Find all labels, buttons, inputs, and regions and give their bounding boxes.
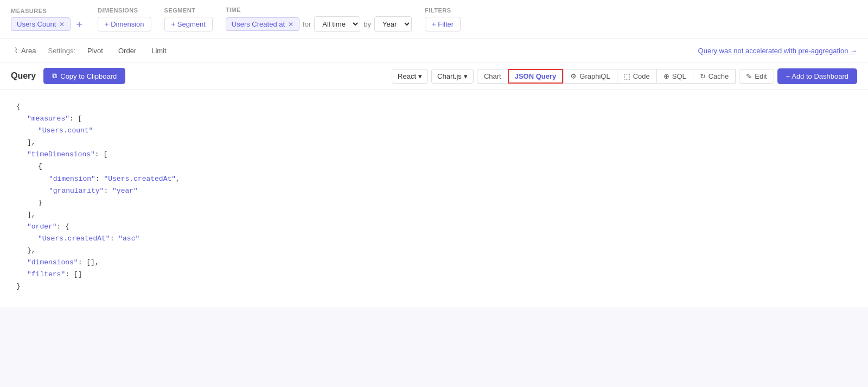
measures-section: MEASURES Users Count ✕ + xyxy=(11,8,85,31)
measures-label: MEASURES xyxy=(11,8,85,14)
time-section: TIME Users Created at ✕ for All time by … xyxy=(226,7,412,32)
for-label: for xyxy=(303,20,311,28)
json-dimensions-key: "dimensions" xyxy=(27,258,78,267)
react-label: React xyxy=(398,72,416,80)
chartjs-select[interactable]: Chart.js ▾ xyxy=(431,69,474,84)
copy-to-clipboard-button[interactable]: ⧉ Copy to Clipboard xyxy=(43,68,125,84)
limit-button[interactable]: Limit xyxy=(148,45,169,57)
sql-tab[interactable]: ⊕ SQL xyxy=(656,69,693,84)
view-tabs: Chart JSON Query ⚙ GraphiQL ⬚ Code ⊕ SQL… xyxy=(477,69,736,84)
time-label: TIME xyxy=(226,7,412,13)
segment-label: SEGMENT xyxy=(164,7,213,14)
sql-icon: ⊕ xyxy=(663,72,669,80)
code-icon: ⬚ xyxy=(624,72,630,80)
measures-tags: Users Count ✕ + xyxy=(11,17,85,31)
time-row: Users Created at ✕ for All time by Year xyxy=(226,16,412,32)
react-chevron-icon: ▾ xyxy=(418,72,422,80)
order-button[interactable]: Order xyxy=(115,45,139,57)
json-measures-key: "measures" xyxy=(27,115,69,123)
add-filter-label: + Filter xyxy=(432,20,454,28)
by-label: by xyxy=(363,20,371,28)
users-created-at-tag[interactable]: Users Created at ✕ xyxy=(226,17,299,31)
json-granularity-key: "granularity" xyxy=(49,187,104,195)
chart-area-label: Area xyxy=(21,47,36,55)
graphiql-tab[interactable]: ⚙ GraphiQL xyxy=(563,69,616,84)
copy-label: Copy to Clipboard xyxy=(60,72,117,80)
area-chart-icon: ⌇ xyxy=(14,46,18,55)
graphiql-icon: ⚙ xyxy=(570,72,577,80)
cache-icon: ↻ xyxy=(700,72,706,80)
query-title: Query xyxy=(11,71,36,81)
add-dimension-label: + Dimension xyxy=(105,20,144,28)
time-range-select[interactable]: All time xyxy=(314,16,360,32)
json-close-brace: } xyxy=(16,282,21,290)
dimensions-label: DIMENSIONS xyxy=(98,7,151,14)
json-order-created-at-key: "Users.createdAt" xyxy=(38,234,110,243)
json-dimension-key: "dimension" xyxy=(49,175,95,183)
json-code-area: { "measures": [ "Users.count" ], "timeDi… xyxy=(0,90,868,307)
json-time-dimensions-key: "timeDimensions" xyxy=(27,150,95,158)
code-tab[interactable]: ⬚ Code xyxy=(617,69,656,84)
add-measure-button[interactable]: + xyxy=(74,18,85,31)
users-created-at-close-icon[interactable]: ✕ xyxy=(288,21,293,28)
dimensions-section: DIMENSIONS + Dimension xyxy=(98,7,151,31)
edit-icon: ✎ xyxy=(746,72,752,80)
chartjs-label: Chart.js xyxy=(437,72,462,80)
users-count-close-icon[interactable]: ✕ xyxy=(59,21,65,28)
granularity-select[interactable]: Year xyxy=(374,16,412,32)
json-query-tab[interactable]: JSON Query xyxy=(508,69,564,84)
settings-label: Settings: xyxy=(48,47,75,55)
cache-tab[interactable]: ↻ Cache xyxy=(693,69,736,84)
add-dimension-button[interactable]: + Dimension xyxy=(98,17,151,31)
users-count-label: Users Count xyxy=(17,20,56,28)
users-count-tag[interactable]: Users Count ✕ xyxy=(11,17,71,31)
add-segment-label: + Segment xyxy=(171,20,206,28)
react-select[interactable]: React ▾ xyxy=(392,69,428,84)
chart-area-button[interactable]: ⌇ Area xyxy=(11,43,39,58)
edit-button[interactable]: ✎ Edit xyxy=(739,69,774,84)
copy-icon: ⧉ xyxy=(52,72,57,80)
chart-tab[interactable]: Chart xyxy=(477,69,508,84)
segment-section: SEGMENT + Segment xyxy=(164,7,213,31)
chart-bar: ⌇ Area Settings: Pivot Order Limit Query… xyxy=(0,39,868,62)
chartjs-chevron-icon: ▾ xyxy=(464,72,468,80)
filters-label: FILTERS xyxy=(425,7,461,14)
query-bar: Query ⧉ Copy to Clipboard React ▾ Chart.… xyxy=(0,62,868,90)
json-open-brace: { xyxy=(16,103,21,111)
add-segment-button[interactable]: + Segment xyxy=(164,17,213,31)
add-to-dashboard-button[interactable]: + Add to Dashboard xyxy=(777,68,857,84)
users-created-at-label: Users Created at xyxy=(232,20,285,28)
filters-section: FILTERS + Filter xyxy=(425,7,461,31)
pivot-button[interactable]: Pivot xyxy=(84,45,106,57)
json-measures-value: "Users.count" xyxy=(38,126,93,135)
top-bar: MEASURES Users Count ✕ + DIMENSIONS + Di… xyxy=(0,0,868,39)
pre-aggregation-link[interactable]: Query was not accelerated with pre-aggre… xyxy=(698,47,857,55)
json-order-key: "order" xyxy=(27,223,57,231)
add-filter-button[interactable]: + Filter xyxy=(425,17,461,31)
json-filters-key: "filters" xyxy=(27,270,65,278)
